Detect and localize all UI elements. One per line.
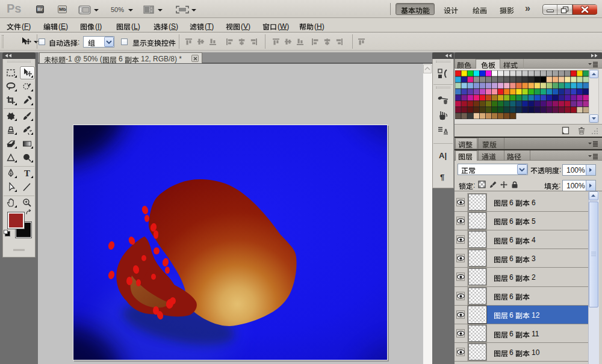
svg-text:T: T <box>24 168 30 178</box>
